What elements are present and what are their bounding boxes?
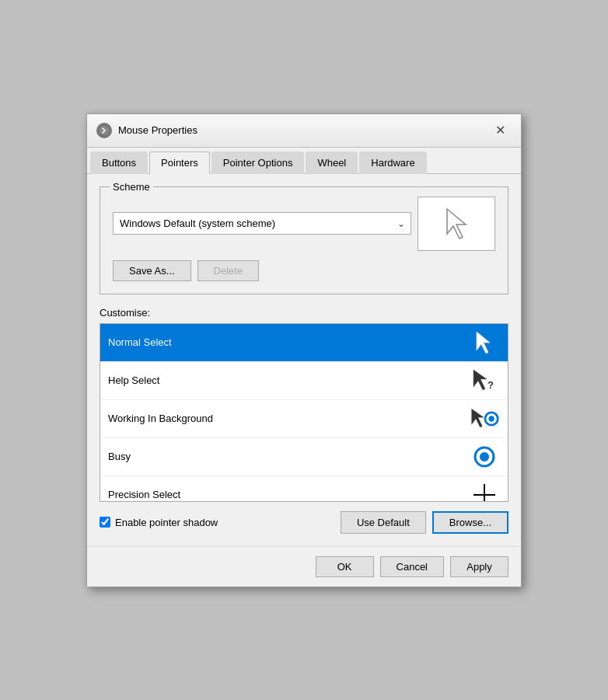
title-bar: Mouse Properties ✕ xyxy=(87,114,521,148)
enable-shadow-label[interactable]: Enable pointer shadow xyxy=(100,517,334,528)
bottom-section: Enable pointer shadow Use Default Browse… xyxy=(100,511,508,534)
working-background-icon xyxy=(469,406,500,431)
ok-button[interactable]: OK xyxy=(316,556,374,577)
delete-button[interactable]: Delete xyxy=(197,260,260,281)
list-item-busy[interactable]: Busy xyxy=(100,438,508,476)
list-item-working-background[interactable]: Working In Background xyxy=(100,400,508,438)
precision-select-icon xyxy=(469,482,500,502)
mouse-properties-dialog: Mouse Properties ✕ Buttons Pointers Poin… xyxy=(86,113,522,587)
customise-label: Customise: xyxy=(100,307,508,319)
cursor-list[interactable]: Normal Select Help Select ? xyxy=(100,323,508,502)
dialog-footer: OK Cancel Apply xyxy=(87,546,521,587)
bottom-buttons: Use Default Browse... xyxy=(341,511,508,534)
list-item-precision-select[interactable]: Precision Select xyxy=(100,476,508,502)
dialog-title: Mouse Properties xyxy=(118,124,488,136)
tab-wheel[interactable]: Wheel xyxy=(306,151,358,174)
scheme-buttons: Save As... Delete xyxy=(113,260,495,281)
tab-pointer-options[interactable]: Pointer Options xyxy=(211,151,305,174)
list-item-help-select[interactable]: Help Select ? xyxy=(100,362,508,400)
scheme-row: Windows Default (system scheme) Windows … xyxy=(113,197,495,251)
list-item-label: Working In Background xyxy=(108,413,213,424)
dialog-icon xyxy=(96,123,112,138)
tab-hardware[interactable]: Hardware xyxy=(359,151,426,174)
tab-pointers[interactable]: Pointers xyxy=(149,151,210,174)
enable-shadow-text: Enable pointer shadow xyxy=(115,517,218,528)
normal-select-icon xyxy=(469,330,500,355)
busy-icon xyxy=(469,444,500,469)
scheme-group: Scheme Windows Default (system scheme) W… xyxy=(100,186,508,294)
list-item-label: Help Select xyxy=(108,374,159,386)
tab-buttons[interactable]: Buttons xyxy=(90,151,148,174)
list-item-label: Busy xyxy=(108,451,131,462)
close-button[interactable]: ✕ xyxy=(488,120,512,141)
save-as-button[interactable]: Save As... xyxy=(113,260,191,281)
svg-text:?: ? xyxy=(487,379,494,391)
preview-cursor-icon xyxy=(441,204,472,243)
enable-shadow-checkbox[interactable] xyxy=(100,517,110,528)
cancel-button[interactable]: Cancel xyxy=(380,556,444,577)
scheme-select-wrapper: Windows Default (system scheme) Windows … xyxy=(113,212,411,235)
list-item-label: Normal Select xyxy=(108,336,172,348)
browse-button[interactable]: Browse... xyxy=(432,511,508,534)
list-item-label: Precision Select xyxy=(108,489,180,500)
svg-point-3 xyxy=(488,416,494,421)
use-default-button[interactable]: Use Default xyxy=(341,511,426,534)
scheme-select[interactable]: Windows Default (system scheme) Windows … xyxy=(113,212,411,235)
cursor-preview xyxy=(418,197,495,251)
tab-content: Scheme Windows Default (system scheme) W… xyxy=(87,174,521,546)
tabs-container: Buttons Pointers Pointer Options Wheel H… xyxy=(87,148,521,174)
apply-button[interactable]: Apply xyxy=(450,556,508,577)
help-select-icon: ? xyxy=(469,368,500,393)
list-item-normal-select[interactable]: Normal Select xyxy=(100,324,508,362)
scheme-legend: Scheme xyxy=(110,181,153,193)
svg-point-5 xyxy=(480,452,489,461)
